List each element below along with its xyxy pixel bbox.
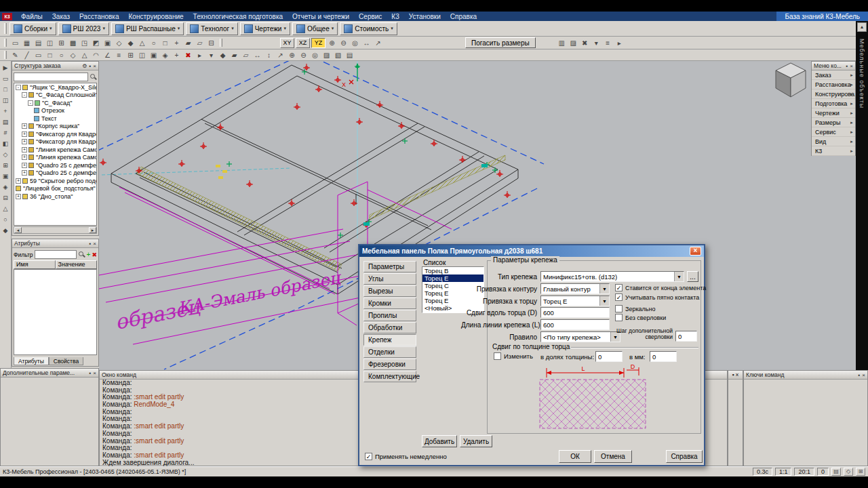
dialog-nav-item[interactable]: Крепеж xyxy=(363,334,416,346)
toolbar-icon[interactable]: ≡ xyxy=(602,37,614,48)
from-end-checkbox[interactable] xyxy=(615,284,623,291)
contour-binding-select[interactable]: Главный контур ▼ xyxy=(540,283,610,294)
toolbar-icon[interactable]: ◠ xyxy=(90,49,102,60)
toolbar-icon[interactable]: ▤ xyxy=(33,37,44,48)
toolbar-grip[interactable] xyxy=(4,23,7,33)
ortho-toggle-icon[interactable]: ⊞ xyxy=(856,468,865,476)
toolbar-icon[interactable]: ↔ xyxy=(361,37,372,48)
scroll-up-icon[interactable]: ▴ xyxy=(857,22,867,32)
toolbar-icon[interactable]: ▭ xyxy=(9,37,21,48)
toolbar-icon[interactable]: □ xyxy=(44,49,56,60)
tree-item[interactable]: +"Фиксатор для Квадро Б" xyxy=(14,130,96,138)
toolbar-icon[interactable]: ▱ xyxy=(194,37,205,48)
horizontal-scrollbar[interactable]: ◂ ▸ xyxy=(14,226,97,234)
tree-expander-icon[interactable]: + xyxy=(16,178,21,184)
toolbar-icon[interactable]: □ xyxy=(159,37,171,48)
toolbar-icon[interactable]: + xyxy=(1,106,11,116)
search-icon[interactable] xyxy=(78,251,85,258)
toolbar-menu-button[interactable]: Сборки▾ xyxy=(9,22,56,35)
toolbar-icon[interactable]: ↗ xyxy=(372,37,384,48)
tree-expander-icon[interactable]: + xyxy=(22,147,27,152)
contact-checkbox-row[interactable]: Учитывать пятно контакта xyxy=(615,293,699,301)
toolbar-icon[interactable]: ◩ xyxy=(90,37,102,48)
tree-item[interactable]: -"Ящик 'С_Квадро-X_Silent'" xyxy=(14,83,96,92)
tree-item[interactable]: -"С_Фасад" xyxy=(14,99,96,107)
toolbar-icon[interactable]: ╱ xyxy=(21,49,33,60)
knowledge-base-button[interactable]: База знаний К3-Мебель xyxy=(776,12,868,21)
mirror-checkbox[interactable] xyxy=(615,305,623,312)
toolbar-icon[interactable]: ▰ xyxy=(182,37,194,48)
scroll-right-icon[interactable]: ▸ xyxy=(89,227,96,233)
tree-item[interactable]: +"Линия крепежа Саморе" xyxy=(14,146,96,154)
toolbar-icon[interactable]: ▤ xyxy=(344,49,355,60)
toolbar-icon[interactable]: ▱ xyxy=(240,49,252,60)
toolbar-icon[interactable]: ◈ xyxy=(1,182,11,192)
toolbar-icon[interactable]: △ xyxy=(1,203,11,214)
face-binding-select[interactable]: Торец E ▼ xyxy=(540,296,610,306)
toolbar-icon[interactable]: ✖ xyxy=(579,37,591,48)
toolbar-icon[interactable]: + xyxy=(171,37,182,48)
toolbar-icon[interactable]: ◆ xyxy=(217,49,229,60)
tree-item[interactable]: "Лицевой бок_подстолья" xyxy=(14,185,96,193)
toolbar-icon[interactable]: ◈ xyxy=(159,49,171,60)
from-end-checkbox-row[interactable]: Ставится от конца элемента xyxy=(615,284,706,291)
tree-item[interactable]: +36 "Дно_стола" xyxy=(14,192,96,201)
cancel-button[interactable]: Отмена xyxy=(594,450,632,463)
menu-order[interactable]: Заказ xyxy=(47,12,75,21)
tree-expander-icon[interactable]: + xyxy=(22,131,27,137)
toolbar-icon[interactable]: ◳ xyxy=(79,37,90,48)
toolbar-icon[interactable]: △ xyxy=(79,49,90,60)
add-attribute-icon[interactable]: + xyxy=(87,251,91,258)
toolbar-icon[interactable]: ◧ xyxy=(1,138,11,148)
panel-titlebar[interactable]: Ключи команд ▪× xyxy=(744,371,867,380)
toolbar-icon[interactable]: ◫ xyxy=(136,49,148,60)
dialog-nav-item[interactable]: Отделки xyxy=(363,346,416,358)
toolbar-icon[interactable]: ⊞ xyxy=(56,37,67,48)
apply-now-checkbox-row[interactable]: Применять немедленно xyxy=(365,453,447,460)
ok-button[interactable]: ОК xyxy=(559,450,591,463)
dialog-nav-item[interactable]: Обработки xyxy=(363,322,416,333)
toolbar-icon[interactable]: ⊞ xyxy=(125,49,136,60)
toolbar-icon[interactable]: ◇ xyxy=(113,37,125,48)
dialog-nav-item[interactable]: Параметры xyxy=(363,261,416,272)
menu-tech-prep[interactable]: Технологическая подготовка xyxy=(189,12,288,21)
plane-button-yz[interactable]: YZ xyxy=(311,38,326,48)
toolbar-icon[interactable]: ◎ xyxy=(309,49,321,60)
toolbar-icon[interactable]: ▨ xyxy=(568,37,579,48)
rule-select[interactable]: <По типу крепежа> ▼ xyxy=(540,331,620,342)
scroll-left-icon[interactable]: ◂ xyxy=(14,227,22,233)
tree-expander-icon[interactable]: + xyxy=(22,139,27,144)
menu-command-item[interactable]: Заказ xyxy=(812,70,855,80)
fastener-type-select[interactable]: Минификс15+отв. (d132) ▼ xyxy=(540,271,684,282)
chevron-down-icon[interactable]: ▼ xyxy=(674,272,684,281)
menu-help[interactable]: Справка xyxy=(446,12,481,21)
dock-icon[interactable]: ▪ xyxy=(732,371,734,378)
menu-command-item[interactable]: Вид xyxy=(812,137,855,146)
toolbar-icon[interactable]: ↗ xyxy=(275,49,286,60)
toolbar-icon[interactable]: ◫ xyxy=(1,95,11,105)
tree-item[interactable]: Текст xyxy=(14,115,96,123)
dialog-nav-item[interactable]: Кромки xyxy=(363,298,416,309)
menu-command-item[interactable]: Подготовка xyxy=(812,99,855,108)
dialog-titlebar[interactable]: Мебельная панель Полка Прямоугольная д20… xyxy=(359,245,704,257)
tree-item[interactable]: +"Quadro 25 с демпфером" xyxy=(14,169,96,178)
change-checkbox-row[interactable]: Изменить xyxy=(494,352,533,360)
toolbar-grip[interactable] xyxy=(220,39,222,47)
toolbar-icon[interactable]: ▣ xyxy=(1,171,11,181)
no-drill-checkbox[interactable] xyxy=(615,314,623,321)
toolbar-menu-button[interactable]: РШ Распашные▾ xyxy=(111,22,184,35)
tree-expander-icon[interactable]: - xyxy=(28,100,33,106)
plane-button-xz[interactable]: XZ xyxy=(296,38,310,48)
toolbar-icon[interactable]: ⊖ xyxy=(298,49,309,60)
dock-icon[interactable]: ▪ xyxy=(89,63,91,69)
dock-icon[interactable]: ▪ xyxy=(89,370,91,376)
dock-icon[interactable]: ▪ xyxy=(858,372,860,378)
tree-item[interactable]: +"Quadro 25 с демпфером" xyxy=(14,161,96,169)
tree-expander-icon[interactable]: + xyxy=(22,170,27,176)
menu-command-item[interactable]: Конструирова... xyxy=(812,89,855,99)
chevron-down-icon[interactable]: ▼ xyxy=(599,284,609,293)
toolbar-menu-button[interactable]: Чертежи▾ xyxy=(240,22,290,35)
panel-titlebar[interactable]: Дополнительные параме... ▪× xyxy=(1,369,98,378)
toolbar-icon[interactable]: ⊕ xyxy=(326,37,338,48)
menu-k3[interactable]: К3 xyxy=(387,12,403,21)
